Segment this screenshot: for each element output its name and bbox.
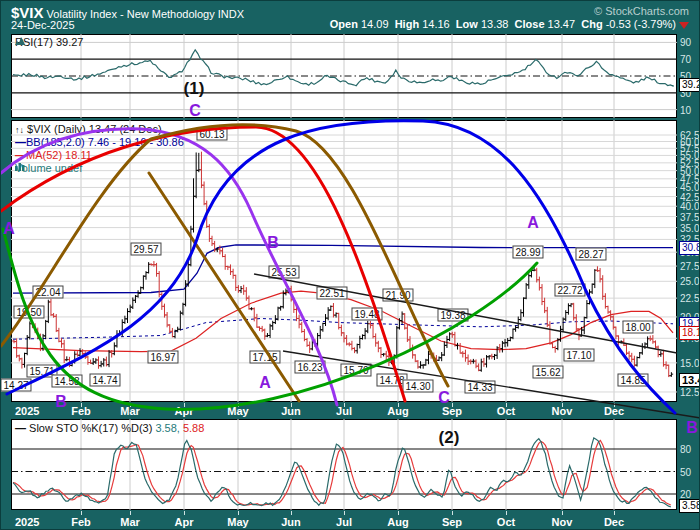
high-label: High — [395, 18, 419, 30]
wave-letter-a: A — [259, 374, 271, 392]
pivot-price-label: 17.15 — [249, 351, 280, 364]
pivot-price-label: 15.62 — [532, 366, 563, 379]
month-label-may: May — [227, 516, 248, 528]
pivot-price-label: 22.51 — [316, 287, 347, 300]
pivot-price-label: 14.27 — [0, 379, 31, 392]
bb-legend: —BB(185,2.0) 7.46 - 19.16 - 30.86 — [15, 136, 184, 148]
month-tick — [291, 511, 292, 515]
pivot-price-label: 14.30 — [402, 380, 433, 393]
month-label-dec: Dec — [604, 516, 624, 528]
price-axis-tick: 15.0 — [680, 357, 699, 368]
pivot-price-label: 60.13 — [196, 128, 227, 141]
volume-legend: Volume undef — [15, 162, 82, 174]
wave-letter-a: A — [527, 214, 539, 232]
pivot-price-label: 14.74 — [89, 374, 120, 387]
pivot-price-label: 28.99 — [512, 246, 543, 259]
rsi-area-icon — [15, 36, 25, 45]
volume-bars-icon — [15, 162, 25, 171]
month-tick — [130, 403, 131, 407]
bb-line-icon: — — [15, 136, 26, 148]
pivot-price-label: 28.27 — [575, 248, 606, 261]
month-tick — [344, 511, 345, 515]
month-label-feb: Feb — [71, 516, 91, 528]
month-label-oct: Oct — [497, 516, 515, 528]
month-tick — [184, 403, 185, 407]
sto-current-value-label: 3.58 — [679, 499, 700, 513]
month-axis-top: 2025FebMarAprMayJunJulAugSepOctNovDec — [1, 403, 700, 419]
pivot-price-label: 19.48 — [351, 308, 382, 321]
sto-line-icon: — — [15, 422, 26, 434]
stockcharts-vix-chart: $VIX Volatility Index - New Methodology … — [0, 0, 700, 530]
change-down-triangle-icon — [679, 22, 689, 29]
pivot-price-label: 14.85 — [617, 374, 648, 387]
updown-arrows-icon: ↑↓ — [15, 125, 24, 135]
price-axis-value-label: 18.11 — [679, 326, 700, 340]
month-tick — [238, 403, 239, 407]
pivot-price-label: 19.50 — [13, 306, 44, 319]
pivot-price-label: 29.57 — [130, 243, 161, 256]
sto-d-value: 5.88 — [183, 422, 204, 434]
ma-legend: —MA(52) 18.11 — [15, 149, 92, 161]
month-tick — [344, 403, 345, 407]
month-label-apr: Apr — [175, 516, 194, 528]
month-label-jun: Jun — [281, 516, 301, 528]
month-label-nov: Nov — [552, 516, 573, 528]
year-label: 2025 — [15, 516, 39, 528]
price-legend-symbol: $VIX (Daily) 13.47 (24 Dec) — [27, 123, 162, 135]
pivot-price-label: 17.10 — [563, 349, 594, 362]
wave-letter-a: A — [3, 220, 15, 238]
sto-legend: — Slow STO %K(17) %D(3) 3.58, 5.88 — [15, 422, 204, 434]
sto-legend-text: Slow STO %K(17) %D(3) — [29, 422, 152, 434]
month-tick — [614, 511, 615, 515]
exchange-tag: INDX — [218, 8, 244, 20]
pivot-price-label: 21.90 — [382, 289, 413, 302]
month-tick — [238, 511, 239, 515]
sto-axis-tick: 80 — [680, 444, 691, 455]
pivot-price-label: 14.33 — [464, 381, 495, 394]
rsi-current-value-label: 39.27 — [679, 78, 700, 92]
high-value: 14.16 — [422, 18, 450, 30]
pivot-price-label: 22.72 — [554, 284, 585, 297]
pivot-price-label: 22.04 — [32, 286, 63, 299]
month-tick — [506, 403, 507, 407]
month-label-sep: Sep — [442, 516, 462, 528]
bb-legend-text: BB(185,2.0) 7.46 - 19.16 - 30.86 — [26, 136, 184, 148]
stockcharts-credit: © StockCharts.com — [594, 5, 689, 17]
price-axis-value-label: 30.86 — [679, 241, 700, 255]
wave-letter-b: B — [267, 234, 279, 252]
chg-label: Chg — [581, 18, 602, 30]
wave-letter-b: B — [55, 393, 67, 411]
pivot-price-label: 16.23 — [294, 361, 325, 374]
sto-axis-tick: 50 — [680, 466, 691, 477]
pivot-price-label: 18.00 — [622, 321, 653, 334]
low-label: Low — [456, 18, 478, 30]
ma-legend-text: MA(52) 18.11 — [26, 149, 92, 161]
month-label-mar: Mar — [120, 516, 140, 528]
month-tick — [614, 403, 615, 407]
wave-c-annotation-rsi: C — [189, 102, 201, 120]
volume-legend-text: Volume undef — [15, 162, 82, 174]
close-value: 13.47 — [548, 18, 576, 30]
quote-strip: Open 14.09 High 14.16 Low 13.38 Close 13… — [330, 18, 689, 30]
sto-axis-tick: 20 — [680, 489, 691, 500]
price-legend-line1: ↑↓ $VIX (Daily) 13.47 (24 Dec) — [15, 123, 162, 135]
rsi-axis-tick: 70 — [680, 54, 691, 65]
pivot-price-label: 25.53 — [268, 266, 299, 279]
pivot-price-label: 16.97 — [147, 351, 178, 364]
month-tick — [452, 403, 453, 407]
wave-letter-c: C — [438, 389, 450, 407]
month-tick — [81, 511, 82, 515]
rsi-plot — [11, 34, 677, 118]
pivot-price-label: 14.58 — [51, 375, 82, 388]
wave-2-annotation: (2) — [439, 428, 460, 448]
month-axis-bottom: 2025FebMarAprMayJunJulAugSepOctNovDec — [1, 511, 700, 530]
pivot-price-label: 19.38 — [437, 309, 468, 322]
price-axis-value-label: 13.47 — [679, 373, 700, 387]
month-tick — [81, 403, 82, 407]
close-label: Close — [515, 18, 545, 30]
month-tick — [291, 403, 292, 407]
wave-letter-b: B — [686, 419, 698, 437]
sto-k-value: 3.58, — [155, 422, 179, 434]
price-axis-tick: 27.5 — [680, 261, 699, 272]
chg-value: -0.53 (-3.79%) — [606, 18, 676, 30]
